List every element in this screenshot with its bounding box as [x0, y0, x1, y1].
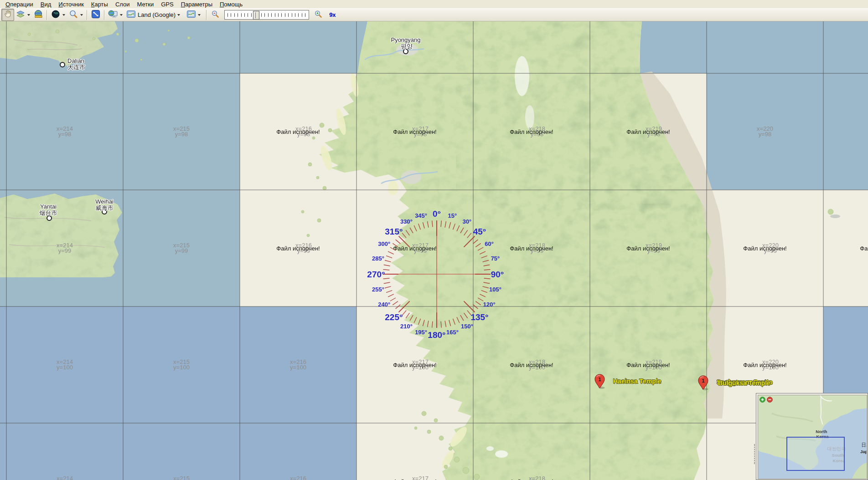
- compass-degree-label: 180°: [428, 330, 445, 340]
- map-on-screen-button[interactable]: [107, 9, 119, 21]
- minimap-map[interactable]: North Korea 대한민국 South Korea 日本 Japan: [758, 395, 867, 479]
- chevron-down-icon[interactable]: [27, 14, 30, 16]
- minimap-zoom-out-button[interactable]: [767, 397, 773, 403]
- toolbar-separator: [206, 10, 207, 20]
- chevron-down-icon[interactable]: [177, 14, 180, 16]
- menu-bar: ОперацииВидИсточникКартыСлоиМеткиGPSПара…: [0, 0, 868, 8]
- tile-coords: x=215y=98: [173, 126, 190, 137]
- tile-coords: x=219y=99: [646, 243, 662, 254]
- city-local-label-weihai: 威海市: [96, 204, 114, 212]
- compass-degree-label: 30°: [463, 218, 472, 225]
- minimap-drag-handle[interactable]: [753, 393, 756, 480]
- toolbar-separator: [46, 10, 47, 20]
- svg-text:1: 1: [702, 378, 704, 383]
- compass-degree-label: 75°: [491, 255, 500, 262]
- chevron-down-icon[interactable]: [198, 14, 201, 16]
- chevron-down-icon[interactable]: [120, 14, 123, 16]
- menu-item-источник[interactable]: Источник: [55, 0, 88, 8]
- compass-degree-label: 60°: [485, 240, 494, 247]
- placemark-add-button[interactable]: [14, 9, 27, 21]
- fullscreen-icon: [91, 10, 100, 20]
- search-button[interactable]: [67, 9, 80, 21]
- menu-item-метки[interactable]: Метки: [134, 0, 158, 8]
- map-select-button[interactable]: [124, 9, 137, 21]
- compass-degree-label: 225°: [385, 312, 403, 322]
- tile-coords: x=214y=99: [57, 243, 73, 254]
- tile-corrupted-text: Файл испорчен!: [393, 362, 436, 368]
- tile-coords: x=220y=99: [762, 243, 779, 254]
- compass-degree-label: 195°: [415, 329, 427, 336]
- search-icon: [69, 10, 78, 20]
- tile-coords: x=218y=100: [529, 359, 545, 370]
- tile-coords: x=218y=98: [529, 126, 545, 137]
- minimap-label-north-korea: North: [816, 429, 827, 434]
- zoom-slider[interactable]: [224, 10, 309, 20]
- menu-item-параметры[interactable]: Параметры: [177, 0, 216, 8]
- zoom-in-icon: [314, 10, 322, 20]
- compass-degree-label: 240°: [378, 301, 390, 308]
- overview-minimap[interactable]: North Korea 대한민국 South Korea 日本 Japan: [753, 393, 868, 480]
- tile-coords: x=217y=101: [412, 476, 429, 480]
- minimap-label-japan-local: 日本: [861, 442, 867, 449]
- svg-text:1: 1: [598, 377, 601, 382]
- map-select-label[interactable]: Land (Google): [138, 11, 176, 18]
- poi-label: Haeinsa Temple: [613, 378, 661, 385]
- tile-coords: x=215y=99: [173, 243, 190, 254]
- tile-corrupted-text: Файл испорчен!: [626, 362, 670, 368]
- map-viewport[interactable]: x=214y=98x=215y=98x=216y=98Файл испорчен…: [0, 21, 868, 480]
- pan-hand-button[interactable]: [1, 9, 14, 21]
- minimap-viewport-rect[interactable]: [786, 437, 845, 471]
- menu-item-gps[interactable]: GPS: [157, 0, 177, 8]
- tile-coords: x=216y=99: [295, 243, 312, 254]
- tile-corrupted-text: Файл испорчен!: [393, 478, 436, 480]
- map-icon: [186, 10, 196, 20]
- menu-item-помощь[interactable]: Помощь: [216, 0, 246, 8]
- tile-corrupted-text: Файл испорчен!: [510, 478, 553, 480]
- poi-label: Bulguksa Temple: [718, 379, 770, 387]
- tile-coords: x=214y=101: [57, 476, 73, 480]
- chevron-down-icon[interactable]: [62, 14, 65, 16]
- compass-degree-label: 15°: [448, 212, 457, 219]
- night-globe-icon: [51, 10, 60, 20]
- map-pin-1[interactable]: 1: [594, 374, 605, 389]
- zoom-out-icon: [211, 10, 219, 20]
- tile-coords: x=214y=98: [57, 126, 73, 137]
- basemap-terrain: [0, 21, 868, 480]
- tile-coords: x=214y=100: [57, 359, 73, 370]
- zoom-slider-thumb[interactable]: [253, 11, 259, 20]
- compass-degree-label: 300°: [378, 240, 390, 247]
- minimap-zoom-in-button[interactable]: [760, 397, 765, 403]
- map-pin-2[interactable]: 1: [698, 375, 708, 390]
- menu-item-операции[interactable]: Операции: [2, 0, 37, 8]
- compass-degree-label: 90°: [491, 270, 504, 279]
- minimap-panel: North Korea 대한민국 South Korea 日本 Japan: [756, 393, 868, 480]
- night-globe-button[interactable]: [49, 9, 62, 21]
- menu-item-карты[interactable]: Карты: [88, 0, 112, 8]
- compass-degree-label: 165°: [446, 329, 459, 336]
- menu-item-вид[interactable]: Вид: [37, 0, 55, 8]
- chevron-down-icon[interactable]: [80, 14, 83, 16]
- tile-coords: x=215y=100: [173, 359, 190, 370]
- tile-corrupted-text: Файл испорчен!: [510, 362, 553, 368]
- fullscreen-button[interactable]: [89, 9, 102, 21]
- tile-corrupted-text: Файл испорчен!: [626, 128, 670, 135]
- tile-corrupted-text: Файл испорчен!: [860, 245, 868, 252]
- measure-button[interactable]: [32, 9, 45, 21]
- compass-degree-label: 135°: [470, 312, 488, 322]
- compass-degree-label: 150°: [461, 323, 473, 330]
- tile-coords: x=216y=101: [290, 476, 306, 480]
- compass-degree-label: 105°: [489, 286, 501, 293]
- tile-coords: x=217y=99: [412, 243, 429, 254]
- tile-coords: x=217y=100: [412, 359, 429, 370]
- zoom-in-button[interactable]: [312, 9, 325, 21]
- compass-degree-label: 45°: [473, 227, 486, 236]
- city-local-label-pyongyang: 평양: [401, 42, 413, 51]
- tile-corrupted-text: Файл испорчен!: [626, 245, 670, 252]
- tile-corrupted-text: Файл испорчен!: [276, 128, 320, 135]
- compass-degree-label: 330°: [400, 218, 413, 225]
- menu-item-слои[interactable]: Слои: [112, 0, 134, 8]
- minimap-label-japan: Japan: [860, 449, 867, 454]
- overlay-select-button[interactable]: [185, 9, 197, 21]
- tile-coords: x=218y=101: [529, 476, 545, 480]
- zoom-out-button[interactable]: [209, 9, 222, 21]
